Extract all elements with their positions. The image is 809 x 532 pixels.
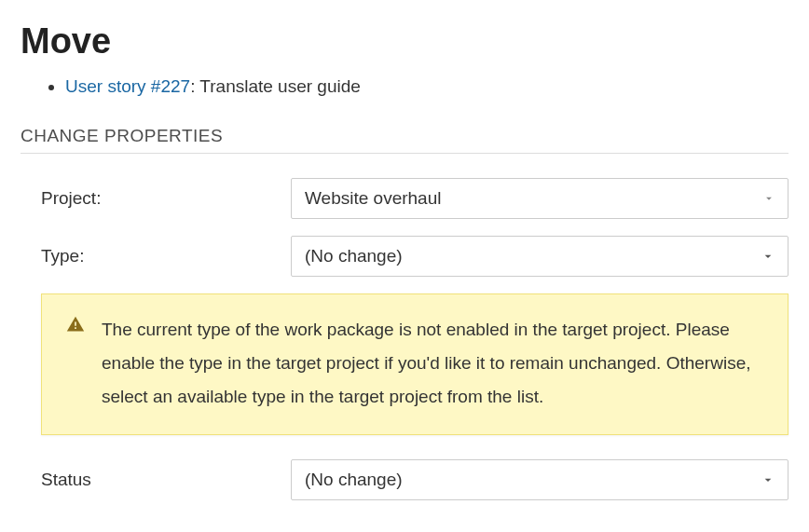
status-select-value: (No change) — [305, 467, 403, 494]
warning-text: The current type of the work package is … — [102, 313, 763, 414]
type-warning: The current type of the work package is … — [41, 293, 788, 435]
work-package-item: User story #227: Translate user guide — [65, 74, 788, 101]
work-package-description: Translate user guide — [199, 76, 361, 96]
type-select[interactable]: (No change) — [291, 236, 788, 277]
type-select-value: (No change) — [305, 243, 403, 270]
work-package-link[interactable]: User story #227 — [65, 76, 190, 96]
work-package-list: User story #227: Translate user guide — [21, 74, 788, 101]
field-row-status: Status (No change) — [21, 459, 788, 500]
page-title: Move — [21, 15, 788, 68]
warning-icon — [66, 313, 85, 414]
field-row-project: Project: Website overhaul — [21, 178, 788, 219]
section-header-change-properties: CHANGE PROPERTIES — [21, 123, 788, 155]
work-package-separator: : — [190, 76, 199, 96]
project-select[interactable]: Website overhaul — [291, 178, 788, 219]
label-project: Project: — [41, 185, 291, 212]
label-status: Status — [41, 467, 291, 494]
project-select-value: Website overhaul — [305, 185, 441, 212]
label-type: Type: — [41, 243, 291, 270]
field-row-type: Type: (No change) — [21, 236, 788, 277]
status-select[interactable]: (No change) — [291, 459, 788, 500]
